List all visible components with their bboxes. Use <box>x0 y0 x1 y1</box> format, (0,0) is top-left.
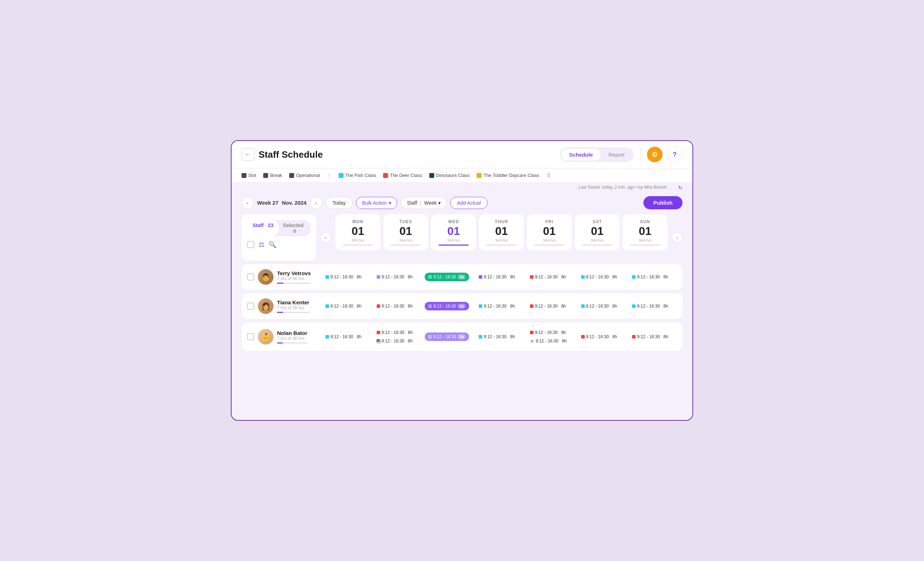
publish-button[interactable]: Publish <box>644 196 682 209</box>
back-button[interactable]: ← <box>242 148 254 161</box>
today-button[interactable]: Today <box>326 197 352 209</box>
terry-fri[interactable]: 9:12 - 16:30 8h <box>526 271 575 283</box>
tab-staff[interactable]: Staff 23 <box>247 220 279 236</box>
dinosaurs-class-dot <box>429 173 434 178</box>
nolan-sat-shift: 9:12 - 16:30 8h <box>578 333 620 340</box>
question-icon: ? <box>673 151 677 158</box>
legend-dinosaurs-class: Dinosaurs Class <box>429 173 470 178</box>
staff-row-left-terry: 👨 Terry Vetrovs 7 hrs of 36 hrs <box>247 269 322 285</box>
tiana-mon-shift: 9:12 - 16:30 8h <box>322 302 364 310</box>
tiana-schedule: 9:12 - 16:30 8h 9:12 - 16:30 8h 9:12 - 1… <box>322 301 677 312</box>
shift-icon <box>581 304 585 308</box>
tiana-wed[interactable]: 9:12 - 16:30 1h <box>424 301 472 312</box>
table-row: 👶 Nolan Bator 7 hrs of 36 hrs 9:12 - 16:… <box>242 322 682 351</box>
nolan-tues-shift-1: 9:12 - 16:30 8h <box>374 329 416 336</box>
next-day-button[interactable]: › <box>672 232 682 243</box>
tiana-checkbox[interactable] <box>247 302 254 310</box>
add-actual-button[interactable]: Add Actual <box>450 197 488 209</box>
tiana-avatar: 👩 <box>258 298 273 314</box>
break-icon: ☕ <box>530 339 534 343</box>
filter-icon[interactable]: ⚖ <box>259 241 264 248</box>
tiana-tues[interactable]: 9:12 - 16:30 8h <box>373 301 422 312</box>
shift-icon <box>326 275 329 279</box>
terry-hrs: 7 hrs of 36 hrs <box>277 276 311 281</box>
tiana-progress-track <box>277 312 309 313</box>
tiana-fri[interactable]: 9:12 - 16:30 8h <box>526 301 575 312</box>
staff-label: Staff <box>407 200 417 206</box>
settings-button[interactable]: ⚙ <box>647 147 663 162</box>
staff-week-button[interactable]: Staff | Week ▾ <box>401 197 447 209</box>
shift-icon <box>581 335 585 338</box>
tiana-sun-shift: 9:12 - 16:30 8h <box>629 302 671 310</box>
toddler-class-label: The Toddler Daycare Class <box>483 173 539 178</box>
prev-week-button[interactable]: ‹ <box>242 197 254 209</box>
select-all-checkbox[interactable] <box>247 241 254 248</box>
day-thur-num: 01 <box>495 225 508 238</box>
tab-selected[interactable]: Selected 0 <box>279 220 310 236</box>
report-tab[interactable]: Report <box>601 149 632 161</box>
terry-checkbox[interactable] <box>247 274 254 281</box>
wed-badge: 1h <box>458 304 466 308</box>
shift-icon <box>428 304 432 308</box>
fish-class-label: The Fish Class <box>345 173 376 178</box>
tiana-name: Tiana Kenter <box>277 299 309 305</box>
slot-dot <box>242 173 246 178</box>
nolan-tues[interactable]: 9:12 - 16:30 8h ☕ 9:12 - 16:30 8h <box>373 328 422 346</box>
day-sun: SUN 01 344 hrs <box>622 214 668 251</box>
staff-tabs: Staff 23 Selected 0 <box>247 220 310 236</box>
terry-tues[interactable]: 9:12 - 16:30 8h <box>373 271 422 283</box>
nolan-mon[interactable]: 9:12 - 16:30 8h <box>322 328 370 346</box>
shift-icon <box>428 335 432 338</box>
tiana-sun[interactable]: 9:12 - 16:30 8h <box>628 301 677 312</box>
tiana-thur[interactable]: 9:12 - 16:30 8h <box>475 301 524 312</box>
nolan-wed[interactable]: 9:12 - 16:30 1h <box>424 328 472 346</box>
schedule-tab[interactable]: Schedule <box>561 149 601 161</box>
tiana-thur-shift: 9:12 - 16:30 8h <box>476 302 518 310</box>
day-wed-name: WED <box>448 219 459 224</box>
tiana-sat[interactable]: 9:12 - 16:30 8h <box>578 301 626 312</box>
legend-deer-class: The Deer Class <box>383 173 422 178</box>
day-tues-hrs: 344 hrs <box>399 238 412 242</box>
wed-badge: 1h <box>458 334 466 339</box>
fish-class-dot <box>339 173 344 178</box>
day-thur-bar <box>486 245 516 246</box>
nolan-fri-shift-2: ☕ 9:12 - 16:30 8h <box>527 337 569 344</box>
refresh-icon: ↻ <box>678 185 682 191</box>
next-week-button[interactable]: › <box>310 197 322 209</box>
legend-extra-icon: ⇪ <box>546 172 551 179</box>
nolan-sat[interactable]: 9:12 - 16:30 8h <box>578 328 626 346</box>
prev-day-button[interactable]: ‹ <box>321 232 331 243</box>
tiana-mon[interactable]: 9:12 - 16:30 8h <box>322 301 370 312</box>
nolan-sun[interactable]: 9:12 - 16:30 8h <box>628 328 677 346</box>
terry-mon[interactable]: 9:12 - 16:30 8h <box>322 271 370 283</box>
shift-icon <box>479 304 482 308</box>
terry-thur[interactable]: 9:12 - 16:30 8h <box>475 271 524 283</box>
nolan-progress-bar <box>277 343 283 343</box>
bulk-action-button[interactable]: Bulk Action ▾ <box>356 197 397 209</box>
bulk-dropdown-icon: ▾ <box>389 200 391 206</box>
month-label: Nov. 2024 <box>282 200 307 206</box>
table-row: 👩 Tiana Kenter 7 hrs of 36 hrs 9:12 - 16… <box>242 293 682 319</box>
staff-row-left-nolan: 👶 Nolan Bator 7 hrs of 36 hrs <box>247 329 322 344</box>
wed-badge: 1h <box>458 274 466 280</box>
terry-wed[interactable]: 9:12 - 16:30 1h <box>424 271 472 283</box>
terry-thur-shift: 9:12 - 16:30 8h <box>476 274 518 281</box>
nolan-thur[interactable]: 9:12 - 16:30 8h <box>475 328 524 346</box>
day-sat-name: SAT <box>592 219 602 224</box>
slot-label: Slot <box>248 173 256 178</box>
break-dot <box>263 173 268 178</box>
search-icon[interactable]: 🔍 <box>268 241 276 248</box>
nolan-thur-shift: 9:12 - 16:30 8h <box>476 333 518 340</box>
shift-icon <box>530 331 534 334</box>
day-mon-num: 01 <box>351 225 364 238</box>
day-sun-name: SUN <box>640 219 650 224</box>
terry-sat[interactable]: 9:12 - 16:30 8h <box>578 271 626 283</box>
nolan-fri[interactable]: 9:12 - 16:30 8h ☕ 9:12 - 16:30 8h <box>526 328 575 346</box>
nolan-mon-shift: 9:12 - 16:30 8h <box>322 333 364 340</box>
nolan-checkbox[interactable] <box>247 333 254 340</box>
help-button[interactable]: ? <box>667 147 682 162</box>
legend-slot: Slot <box>242 173 256 178</box>
week-dropdown-icon: ▾ <box>438 200 441 206</box>
header-right: Schedule Report ⚙ ? <box>560 147 682 162</box>
terry-sun[interactable]: 9:12 - 16:30 8h <box>628 271 677 283</box>
